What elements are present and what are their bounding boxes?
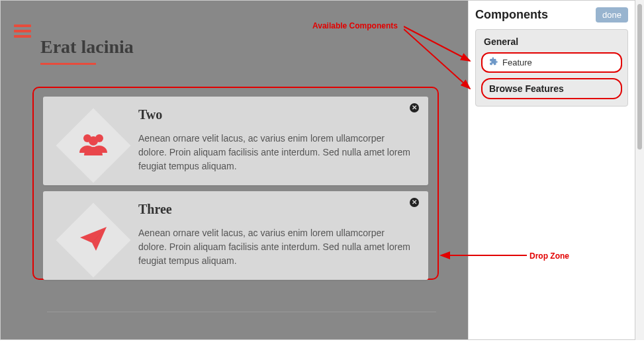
components-panel: Components done General Feature Browse F… [468, 1, 635, 339]
card-icon-diamond [56, 202, 130, 277]
panel-header: Components done [475, 7, 628, 22]
category-title: General [484, 36, 622, 47]
divider [47, 312, 436, 312]
card-body: Two Aenean ornare velit lacus, ac varius… [138, 107, 414, 173]
card-icon-diamond [56, 108, 130, 183]
users-icon [79, 133, 107, 158]
browse-features-button[interactable]: Browse Features [481, 78, 622, 99]
scrollbar[interactable] [635, 0, 644, 340]
feature-card[interactable]: ✕ Three Aenean ornare velit lacus, ac va… [43, 191, 428, 280]
card-title: Three [138, 202, 414, 217]
feature-card[interactable]: ✕ Two A [43, 97, 428, 185]
card-text: Aenean ornare velit lacus, ac varius eni… [138, 226, 414, 268]
paper-plane-icon [80, 227, 107, 253]
svg-point-2 [89, 136, 98, 146]
card-text: Aenean ornare velit lacus, ac varius eni… [138, 132, 414, 173]
page-title: Erat lacinia [40, 36, 134, 58]
component-item-feature[interactable]: Feature [481, 52, 622, 73]
component-item-label: Feature [502, 58, 532, 67]
card-body: Three Aenean ornare velit lacus, ac vari… [138, 202, 414, 268]
card-title: Two [138, 107, 414, 122]
app-frame: Erat lacinia ✕ [0, 0, 635, 340]
scrollbar-thumb[interactable] [637, 4, 642, 150]
panel-title: Components [475, 8, 548, 22]
hamburger-icon[interactable] [14, 24, 31, 38]
done-button[interactable]: done [596, 7, 628, 22]
preview-pane: Erat lacinia ✕ [1, 1, 468, 339]
close-icon[interactable]: ✕ [410, 103, 419, 112]
puzzle-icon [489, 57, 498, 68]
category-box: General Feature Browse Features [475, 29, 628, 107]
title-underline [40, 63, 96, 65]
close-icon[interactable]: ✕ [410, 198, 419, 207]
